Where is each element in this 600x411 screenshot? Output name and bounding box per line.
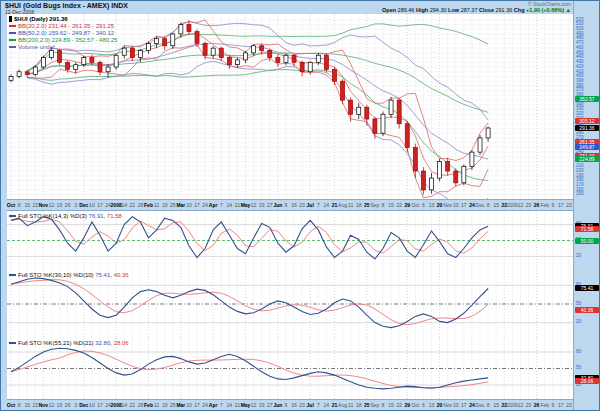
- date-axis-label: 27: [267, 202, 273, 208]
- open-label: Open: [382, 7, 396, 13]
- price-axis-label: 500: [576, 27, 584, 32]
- date-axis-label: 12: [251, 402, 257, 408]
- date-axis-label: Oct: [411, 402, 419, 408]
- date-axis-label: 17: [97, 402, 103, 408]
- date-axis-label: 21: [332, 402, 338, 408]
- date-axis-label: May: [241, 402, 251, 408]
- date-axis-label: 22: [33, 402, 39, 408]
- volume-line-icon: [9, 46, 16, 48]
- stoch-axis-label: 20: [576, 320, 581, 325]
- date-axis-label: 15: [493, 202, 499, 208]
- price-axis-label: 410: [576, 70, 584, 75]
- date-axis-label: 7: [317, 402, 320, 408]
- price-axis-label: 470: [576, 41, 584, 46]
- date-axis-label: Feb: [540, 402, 549, 408]
- price-axis-label: 510: [576, 22, 584, 27]
- date-axis-label: 16: [291, 402, 297, 408]
- stoch-axis-marker: 75.41: [575, 285, 599, 291]
- date-axis-label: 19: [259, 202, 265, 208]
- stoch-slow-k-value: 32.80: [95, 340, 110, 346]
- price-axis-label: 330: [576, 107, 584, 112]
- date-axis-label: 12: [518, 402, 524, 408]
- stoch-fast-k-value: 76.91: [89, 213, 104, 219]
- stoch-slow-d-value: 28.06: [114, 340, 129, 346]
- bb20-legend: BB(20,2.0) 231.44 - 261.35 - 291.25: [18, 23, 114, 29]
- date-axis-label: 14: [227, 402, 233, 408]
- date-axis-label: 11: [348, 402, 353, 408]
- stoch-axis-label: 50: [576, 366, 581, 371]
- date-axis-label: 10: [186, 202, 192, 208]
- price-axis-marker: 352.57: [575, 96, 599, 102]
- date-axis-label: 10: [453, 202, 459, 208]
- date-axis-label: 21: [332, 202, 338, 208]
- date-axis-label: 25: [170, 202, 176, 208]
- date-axis-label: 10: [89, 402, 95, 408]
- date-axis-label: 3: [74, 202, 77, 208]
- date-axis-label: 23: [566, 402, 572, 408]
- date-axis-label: 17: [461, 202, 467, 208]
- price-axis-label: 200: [576, 169, 584, 174]
- stockchart-frame: $HUI (Gold Bugs Index - AMEX) INDX 12-De…: [0, 0, 600, 411]
- price-axis-label: 370: [576, 88, 584, 93]
- date-axis-label: 26: [65, 402, 71, 408]
- date-axis-label: 18: [356, 202, 362, 208]
- date-axis-label: 15: [24, 202, 30, 208]
- stoch-medium-panel: [7, 270, 573, 338]
- date-axis-label: 29: [404, 202, 410, 208]
- date-axis-label: 10: [186, 402, 192, 408]
- date-axis-label: 16: [291, 202, 297, 208]
- stoch-medium-k-value: 75.41: [95, 272, 110, 278]
- date-axis-label: 25: [170, 402, 176, 408]
- date-axis-top: Oct81522Nov1219263Dec1017242008142228Feb…: [7, 199, 573, 211]
- stoch-axis-label: 50: [576, 302, 581, 307]
- date-axis-label: 26: [534, 402, 540, 408]
- date-axis-label: 14: [121, 402, 127, 408]
- price-axis-label: 380: [576, 84, 584, 89]
- date-axis-label: 17: [461, 402, 467, 408]
- volume-legend: Volume undef: [18, 44, 55, 50]
- high-label: High: [416, 7, 428, 13]
- date-axis-label: 12: [49, 402, 55, 408]
- high-value: 294.30: [430, 7, 447, 13]
- date-axis-label: Jul: [307, 202, 314, 208]
- date-axis-label: 29: [404, 402, 410, 408]
- date-axis-label: 20: [526, 402, 532, 408]
- stoch-axis-marker: 50.00: [575, 238, 599, 244]
- date-axis-label: 2009: [507, 402, 518, 408]
- date-axis-label: 22: [396, 202, 402, 208]
- stoch-fast-name: Full STO %K(14,3) %D(3): [18, 213, 87, 219]
- k-line-icon: [9, 342, 16, 344]
- date-axis-label: Feb: [144, 402, 153, 408]
- date-axis-label: Dec: [79, 202, 88, 208]
- price-axis-label: 180: [576, 178, 584, 183]
- date-axis-label: 8: [487, 402, 490, 408]
- price-axis-label: 340: [576, 103, 584, 108]
- date-axis-label: May: [241, 202, 251, 208]
- main-legend: $HUI (Daily) 291.36 BB(20,2.0) 231.44 - …: [9, 16, 117, 51]
- date-axis-label: 24: [202, 402, 208, 408]
- date-axis-label: 26: [65, 202, 71, 208]
- date-axis-label: 15: [493, 402, 499, 408]
- date-axis-label: 17: [97, 202, 103, 208]
- bb50-line-icon: [9, 32, 16, 34]
- date-axis-label: 18: [356, 402, 362, 408]
- date-axis-label: 14: [227, 202, 233, 208]
- candlestick-icon: [9, 16, 12, 22]
- date-axis-label: 7: [220, 202, 223, 208]
- date-axis-label: 6: [422, 402, 425, 408]
- price-axis-column: 1501601701801902002102202302402502602702…: [573, 1, 600, 411]
- stoch-slow-panel: [7, 338, 573, 399]
- k-line-icon: [9, 215, 16, 217]
- stoch-medium-d-value: 40.36: [114, 272, 129, 278]
- date-axis-label: 14: [324, 402, 330, 408]
- chg-value: +1.90 (+0.66%): [526, 7, 564, 13]
- chg-label: Chg: [514, 7, 525, 13]
- date-axis-label: Sep: [370, 202, 379, 208]
- stoch-fast-d-value: 71.58: [107, 213, 122, 219]
- date-axis-label: 19: [57, 202, 63, 208]
- date-axis-label: 17: [558, 402, 564, 408]
- date-axis-label: 7: [317, 202, 320, 208]
- price-axis-label: 490: [576, 32, 584, 37]
- date-axis-label: 14: [121, 202, 127, 208]
- price-axis-label: 150: [576, 192, 584, 197]
